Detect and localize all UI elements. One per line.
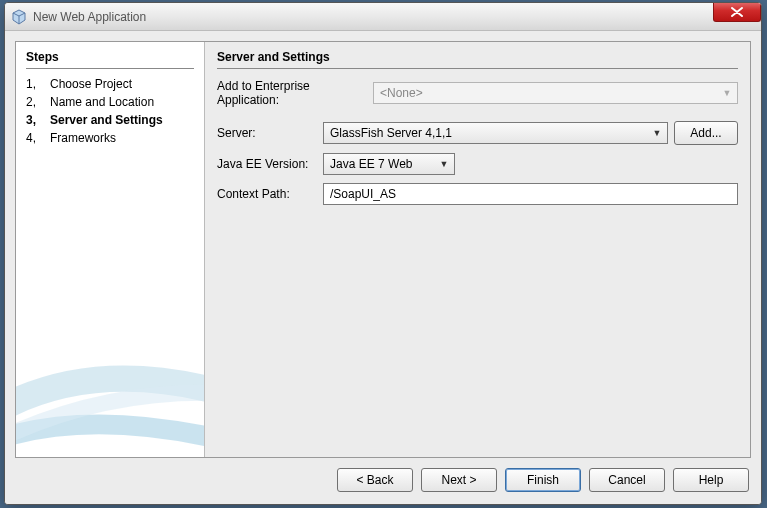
button-bar: < Back Next > Finish Cancel Help xyxy=(15,458,751,494)
step-label: Frameworks xyxy=(50,130,116,146)
label-context: Context Path: xyxy=(217,187,317,201)
combo-enterprise-value: <None> xyxy=(380,86,719,100)
label-server: Server: xyxy=(217,126,317,140)
chevron-down-icon: ▼ xyxy=(649,128,665,138)
step-number: 3, xyxy=(26,112,40,128)
content-frame: Steps 1, Choose Project 2, Name and Loca… xyxy=(15,41,751,458)
combo-javaee-value: Java EE 7 Web xyxy=(330,157,436,171)
steps-list: 1, Choose Project 2, Name and Location 3… xyxy=(26,75,194,147)
step-number: 2, xyxy=(26,94,40,110)
app-cube-icon xyxy=(11,9,27,25)
row-context: Context Path: xyxy=(217,183,738,205)
page-title: Server and Settings xyxy=(217,50,738,69)
step-number: 4, xyxy=(26,130,40,146)
combo-server-value: GlassFish Server 4,1,1 xyxy=(330,126,649,140)
wizard-window: New Web Application Steps 1, Choose Proj… xyxy=(4,2,762,505)
back-button[interactable]: < Back xyxy=(337,468,413,492)
step-item: 4, Frameworks xyxy=(26,129,194,147)
step-label: Choose Project xyxy=(50,76,132,92)
next-button[interactable]: Next > xyxy=(421,468,497,492)
finish-button[interactable]: Finish xyxy=(505,468,581,492)
add-server-button[interactable]: Add... xyxy=(674,121,738,145)
label-enterprise: Add to Enterprise Application: xyxy=(217,79,367,107)
step-item: 1, Choose Project xyxy=(26,75,194,93)
step-item: 2, Name and Location xyxy=(26,93,194,111)
steps-heading: Steps xyxy=(26,50,194,69)
step-number: 1, xyxy=(26,76,40,92)
context-path-input[interactable] xyxy=(323,183,738,205)
combo-enterprise: <None> ▼ xyxy=(373,82,738,104)
step-item-current: 3, Server and Settings xyxy=(26,111,194,129)
sidebar-decoration xyxy=(16,307,205,457)
step-label: Server and Settings xyxy=(50,112,163,128)
row-server: Server: GlassFish Server 4,1,1 ▼ Add... xyxy=(217,121,738,145)
titlebar: New Web Application xyxy=(5,3,761,31)
chevron-down-icon: ▼ xyxy=(436,159,452,169)
combo-server[interactable]: GlassFish Server 4,1,1 ▼ xyxy=(323,122,668,144)
wizard-page: Server and Settings Add to Enterprise Ap… xyxy=(205,42,750,457)
row-enterprise: Add to Enterprise Application: <None> ▼ xyxy=(217,79,738,107)
step-label: Name and Location xyxy=(50,94,154,110)
label-javaee: Java EE Version: xyxy=(217,157,317,171)
close-button[interactable] xyxy=(713,2,761,22)
steps-sidebar: Steps 1, Choose Project 2, Name and Loca… xyxy=(16,42,205,457)
help-button[interactable]: Help xyxy=(673,468,749,492)
chevron-down-icon: ▼ xyxy=(719,88,735,98)
row-javaee: Java EE Version: Java EE 7 Web ▼ xyxy=(217,153,738,175)
cancel-button[interactable]: Cancel xyxy=(589,468,665,492)
window-title: New Web Application xyxy=(33,10,146,24)
main-area: Steps 1, Choose Project 2, Name and Loca… xyxy=(5,31,761,504)
combo-javaee[interactable]: Java EE 7 Web ▼ xyxy=(323,153,455,175)
